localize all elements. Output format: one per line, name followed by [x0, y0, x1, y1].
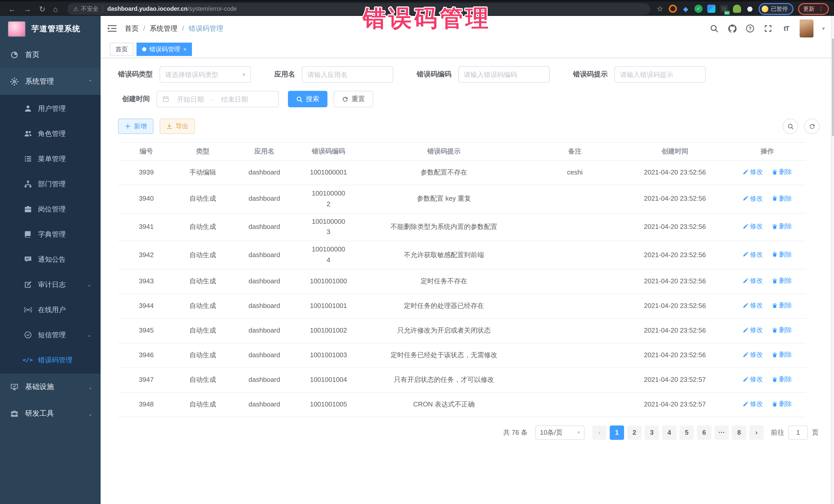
- edit-link[interactable]: 修改: [743, 399, 763, 409]
- github-icon[interactable]: [728, 24, 737, 33]
- sidebar-item-notices[interactable]: 通知公告: [0, 247, 101, 272]
- tag-error-code[interactable]: 错误码管理 ×: [136, 43, 192, 56]
- extension-icon[interactable]: ◆: [682, 5, 690, 13]
- sidebar-item-label: 通知公告: [38, 255, 101, 264]
- page-button[interactable]: 3: [644, 425, 659, 440]
- show-search-toggle-icon[interactable]: [783, 118, 798, 134]
- page-button[interactable]: ···: [715, 425, 729, 440]
- sidebar-item-users[interactable]: 用户管理: [0, 96, 101, 121]
- chevron-down-icon: ▾: [577, 430, 580, 436]
- add-button[interactable]: 新增: [118, 118, 153, 134]
- avatar[interactable]: [799, 20, 813, 38]
- sidebar-item-menus[interactable]: 菜单管理: [0, 146, 101, 171]
- page-button[interactable]: 6: [697, 425, 711, 440]
- home-icon[interactable]: ⌂: [53, 5, 58, 13]
- edit-link[interactable]: 修改: [743, 193, 763, 203]
- delete-link[interactable]: 删除: [772, 399, 792, 409]
- edit-link[interactable]: 修改: [743, 374, 763, 385]
- error-code-input[interactable]: [458, 66, 549, 83]
- cell-type: 自动生成: [175, 298, 231, 314]
- delete-link[interactable]: 删除: [772, 167, 792, 177]
- page-button[interactable]: 1: [610, 425, 624, 440]
- prev-page-button[interactable]: ‹: [592, 425, 607, 440]
- edit-link[interactable]: 修改: [743, 167, 763, 177]
- tag-home[interactable]: 首页: [110, 43, 133, 56]
- sidebar-item-departments[interactable]: 部门管理: [0, 171, 101, 197]
- extension-icon[interactable]: on: [720, 5, 728, 13]
- delete-link[interactable]: 删除: [772, 276, 792, 286]
- sidebar-item-infrastructure[interactable]: 基础设施 ⌄: [0, 374, 101, 400]
- search-icon[interactable]: [710, 24, 719, 33]
- app-logo: [8, 21, 25, 36]
- sidebar-item-posts[interactable]: 岗位管理: [0, 197, 101, 222]
- cell-hint: 定时任务不存在: [359, 273, 529, 290]
- error-type-select[interactable]: ▾: [159, 66, 251, 83]
- extension-icon[interactable]: [669, 5, 677, 13]
- page-button[interactable]: 5: [680, 425, 694, 440]
- sidebar-item-sms[interactable]: 短信管理 ⌄: [0, 322, 101, 348]
- error-hint-input[interactable]: [614, 66, 706, 83]
- collapse-sidebar-icon[interactable]: [108, 25, 116, 32]
- font-size-icon[interactable]: tT: [782, 24, 791, 33]
- delete-link[interactable]: 删除: [772, 249, 792, 260]
- cell-remark: [529, 279, 621, 285]
- fullscreen-icon[interactable]: [764, 24, 773, 33]
- date-range-picker[interactable]: -: [156, 91, 279, 107]
- chevron-down-icon[interactable]: ▾: [822, 26, 825, 31]
- signal-icon: [24, 306, 32, 314]
- profile-paused-chip[interactable]: 已暂停: [759, 3, 793, 15]
- delete-link[interactable]: 删除: [772, 325, 792, 335]
- search-button[interactable]: 搜索: [288, 91, 327, 107]
- reset-button[interactable]: 重置: [334, 91, 373, 107]
- extension-icon[interactable]: [707, 5, 716, 13]
- back-icon[interactable]: ←: [8, 5, 16, 13]
- breadcrumb-system[interactable]: 系统管理: [150, 24, 178, 33]
- bookmark-star-icon[interactable]: ☆: [657, 5, 663, 13]
- cell-id: 3941: [118, 219, 175, 236]
- column-header: 应用名: [231, 143, 298, 160]
- app-name-input[interactable]: [302, 66, 393, 83]
- delete-link[interactable]: 删除: [772, 193, 792, 203]
- edit-link[interactable]: 修改: [743, 276, 763, 286]
- close-icon[interactable]: ×: [183, 46, 186, 52]
- forward-icon[interactable]: →: [24, 5, 31, 13]
- goto-page-input[interactable]: [788, 425, 808, 440]
- reload-icon[interactable]: ↻: [39, 5, 45, 13]
- export-button[interactable]: 导出: [160, 118, 195, 134]
- delete-link[interactable]: 删除: [772, 300, 792, 310]
- next-page-button[interactable]: ›: [749, 425, 764, 440]
- extension-icon[interactable]: [733, 5, 741, 13]
- scrollbar[interactable]: [831, 16, 834, 504]
- page-button[interactable]: 2: [627, 425, 641, 440]
- sidebar-item-roles[interactable]: 角色管理: [0, 121, 101, 146]
- edit-link[interactable]: 修改: [743, 221, 763, 232]
- page-size-select[interactable]: 10条/页 ▾: [535, 425, 585, 440]
- edit-link[interactable]: 修改: [743, 350, 763, 360]
- delete-link[interactable]: 删除: [772, 350, 792, 360]
- kebab-menu-icon[interactable]: ⋮: [818, 6, 824, 11]
- sidebar-item-system[interactable]: 系统管理 ⌃: [0, 68, 101, 95]
- edit-link[interactable]: 修改: [743, 300, 763, 310]
- page-button[interactable]: 4: [662, 425, 676, 440]
- address-bar[interactable]: ⚠ 不安全 dashboard.yudao.iocoder.cn /system…: [67, 3, 651, 15]
- edit-link[interactable]: 修改: [743, 325, 763, 335]
- url-path: /system/error-code: [188, 6, 237, 12]
- sidebar-item-error-code[interactable]: </> 错误码管理: [0, 348, 101, 373]
- help-icon[interactable]: ?: [746, 24, 755, 33]
- cell-type: 自动生成: [175, 322, 231, 339]
- refresh-table-icon[interactable]: [804, 118, 820, 134]
- browser-update-button[interactable]: 更新 ⋮: [798, 3, 829, 15]
- extensions-puzzle-icon[interactable]: ⬣: [746, 5, 754, 13]
- extension-icon[interactable]: ✓: [695, 5, 703, 13]
- delete-link[interactable]: 删除: [772, 374, 792, 385]
- delete-link[interactable]: 删除: [772, 221, 792, 232]
- page-button[interactable]: 8: [732, 425, 746, 440]
- edit-link[interactable]: 修改: [743, 249, 763, 260]
- sidebar-item-dictionary[interactable]: 字典管理: [0, 222, 101, 247]
- sidebar-item-dev-tools[interactable]: 研发工具 ⌄: [0, 400, 101, 427]
- sidebar-item-online-users[interactable]: 在线用户: [0, 297, 101, 322]
- scrollbar-thumb[interactable]: [832, 39, 834, 136]
- breadcrumb-home[interactable]: 首页: [125, 24, 138, 33]
- sidebar-item-home[interactable]: 首页: [0, 42, 101, 68]
- sidebar-item-audit-log[interactable]: 审计日志 ⌄: [0, 272, 101, 297]
